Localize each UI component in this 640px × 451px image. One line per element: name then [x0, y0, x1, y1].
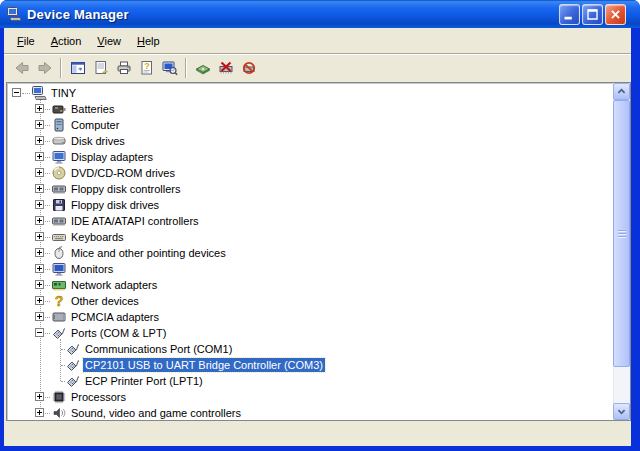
close-button[interactable]	[605, 4, 626, 25]
back-button[interactable]	[10, 57, 33, 79]
tree-item-pcmcia-adapters[interactable]: PCMCIA adapters	[7, 309, 613, 325]
tree-item-label[interactable]: Processors	[69, 390, 128, 404]
tree-item-label[interactable]: Communications Port (COM1)	[83, 342, 234, 356]
collapse-expander[interactable]	[12, 88, 21, 97]
scroll-down-button[interactable]	[613, 403, 630, 420]
tree-item-label[interactable]: TINY	[49, 86, 78, 100]
tree-item-label[interactable]: Other devices	[69, 294, 141, 308]
show-hide-console-tree-button[interactable]	[66, 57, 89, 79]
tree-guide-stub	[45, 301, 50, 302]
scroll-thumb[interactable]	[613, 100, 630, 367]
tree-item-label[interactable]: DVD/CD-ROM drives	[69, 166, 177, 180]
tree-guide-stub	[45, 141, 50, 142]
tree-item-keyboards[interactable]: Keyboards	[7, 229, 613, 245]
tree-item-network-adapters[interactable]: Network adapters	[7, 277, 613, 293]
tree-item-label[interactable]: Computer	[69, 118, 121, 132]
tree-item-mice-and-other-pointing-devices[interactable]: Mice and other pointing devices	[7, 245, 613, 261]
scroll-up-button[interactable]	[613, 83, 630, 100]
menu-item-help[interactable]: Help	[129, 31, 168, 51]
expand-expander[interactable]	[35, 136, 44, 145]
tree-item-label[interactable]: Keyboards	[69, 230, 126, 244]
tree-item-communications-port-com1[interactable]: Communications Port (COM1)	[7, 341, 613, 357]
help-button[interactable]: ?	[135, 57, 158, 79]
tree-canvas: TINYBatteriesComputerDisk drivesDisplay …	[7, 83, 613, 420]
tree-item-label[interactable]: Floppy disk drives	[69, 198, 161, 212]
tree-item-cp2101-usb-to-uart-bridge-controller-com3[interactable]: CP2101 USB to UART Bridge Controller (CO…	[7, 357, 613, 373]
network-adapter-icon	[51, 277, 67, 293]
expand-expander[interactable]	[35, 184, 44, 193]
tree-item-label[interactable]: Mice and other pointing devices	[69, 246, 228, 260]
expand-expander[interactable]	[35, 104, 44, 113]
tree-item-ports-com-lpt[interactable]: Ports (COM & LPT)	[7, 325, 613, 341]
tree-item-label[interactable]: Ports (COM & LPT)	[69, 326, 168, 340]
tree-guide-stub	[45, 269, 50, 270]
tree-item-processors[interactable]: Processors	[7, 389, 613, 405]
expand-expander[interactable]	[35, 408, 44, 417]
tree-item-label[interactable]: PCMCIA adapters	[69, 310, 161, 324]
tree-item-label[interactable]: Sound, video and game controllers	[69, 406, 243, 420]
tree-item-disk-drives[interactable]: Disk drives	[7, 133, 613, 149]
tree-item-computer[interactable]: Computer	[7, 117, 613, 133]
expand-expander[interactable]	[35, 392, 44, 401]
scan-hardware-button[interactable]	[158, 57, 181, 79]
tree-item-floppy-disk-controllers[interactable]: Floppy disk controllers	[7, 181, 613, 197]
maximize-button[interactable]	[582, 4, 603, 25]
expand-expander[interactable]	[35, 168, 44, 177]
tree-item-floppy-disk-drives[interactable]: Floppy disk drives	[7, 197, 613, 213]
tree-item-ecp-printer-port-lpt1[interactable]: ECP Printer Port (LPT1)	[7, 373, 613, 389]
tree-item-dvd-cd-rom-drives[interactable]: DVD/CD-ROM drives	[7, 165, 613, 181]
tree-item-label[interactable]: ECP Printer Port (LPT1)	[83, 374, 205, 388]
device-manager-window: Device Manager FileActionViewHelp ? TINY…	[0, 0, 640, 451]
tree-item-sound-video-and-game-controllers[interactable]: Sound, video and game controllers	[7, 405, 613, 420]
floppy-drive-icon	[51, 197, 67, 213]
expand-expander[interactable]	[35, 200, 44, 209]
tree-item-monitors[interactable]: Monitors	[7, 261, 613, 277]
expand-expander[interactable]	[35, 248, 44, 257]
properties-button[interactable]	[89, 57, 112, 79]
expand-expander[interactable]	[35, 280, 44, 289]
menu-item-action[interactable]: Action	[43, 31, 90, 51]
expand-expander[interactable]	[35, 312, 44, 321]
expand-expander[interactable]	[35, 152, 44, 161]
svg-text:?: ?	[55, 293, 64, 309]
collapse-expander[interactable]	[35, 328, 44, 337]
tree-guide-stub	[45, 317, 50, 318]
vertical-scrollbar[interactable]	[613, 83, 630, 420]
disk-drive-icon	[51, 133, 67, 149]
menu-item-file[interactable]: File	[9, 31, 43, 51]
serial-port-icon	[51, 325, 67, 341]
tree-item-label[interactable]: Batteries	[69, 102, 116, 116]
update-driver-button[interactable]	[191, 57, 214, 79]
expand-expander[interactable]	[35, 232, 44, 241]
expand-expander[interactable]	[35, 216, 44, 225]
tree-item-label[interactable]: IDE ATA/ATAPI controllers	[69, 214, 201, 228]
tree-guide-stub	[45, 285, 50, 286]
tree-item-display-adapters[interactable]: Display adapters	[7, 149, 613, 165]
tree-guide-stub	[45, 205, 50, 206]
controller-icon	[51, 213, 67, 229]
tree-item-other-devices[interactable]: ?Other devices	[7, 293, 613, 309]
minimize-button[interactable]	[559, 4, 580, 25]
tree-item-label[interactable]: Network adapters	[69, 278, 159, 292]
menu-item-view[interactable]: View	[89, 31, 129, 51]
tree-item-tiny[interactable]: TINY	[7, 85, 613, 101]
show-hide-console-tree-icon	[70, 60, 86, 76]
tree-item-label[interactable]: Display adapters	[69, 150, 155, 164]
tree-item-label[interactable]: Monitors	[69, 262, 115, 276]
sound-icon	[51, 405, 67, 420]
window-title: Device Manager	[27, 7, 129, 22]
properties-icon	[93, 60, 109, 76]
title-bar[interactable]: Device Manager	[0, 0, 640, 28]
expand-expander[interactable]	[35, 296, 44, 305]
tree-item-label[interactable]: Disk drives	[69, 134, 127, 148]
uninstall-button[interactable]	[237, 57, 260, 79]
tree-item-label[interactable]: CP2101 USB to UART Bridge Controller (CO…	[83, 358, 325, 372]
tree-item-ide-ata-atapi-controllers[interactable]: IDE ATA/ATAPI controllers	[7, 213, 613, 229]
print-button[interactable]	[112, 57, 135, 79]
expand-expander[interactable]	[35, 264, 44, 273]
forward-button[interactable]	[33, 57, 56, 79]
expand-expander[interactable]	[35, 120, 44, 129]
tree-item-batteries[interactable]: Batteries	[7, 101, 613, 117]
disable-button[interactable]	[214, 57, 237, 79]
tree-item-label[interactable]: Floppy disk controllers	[69, 182, 182, 196]
